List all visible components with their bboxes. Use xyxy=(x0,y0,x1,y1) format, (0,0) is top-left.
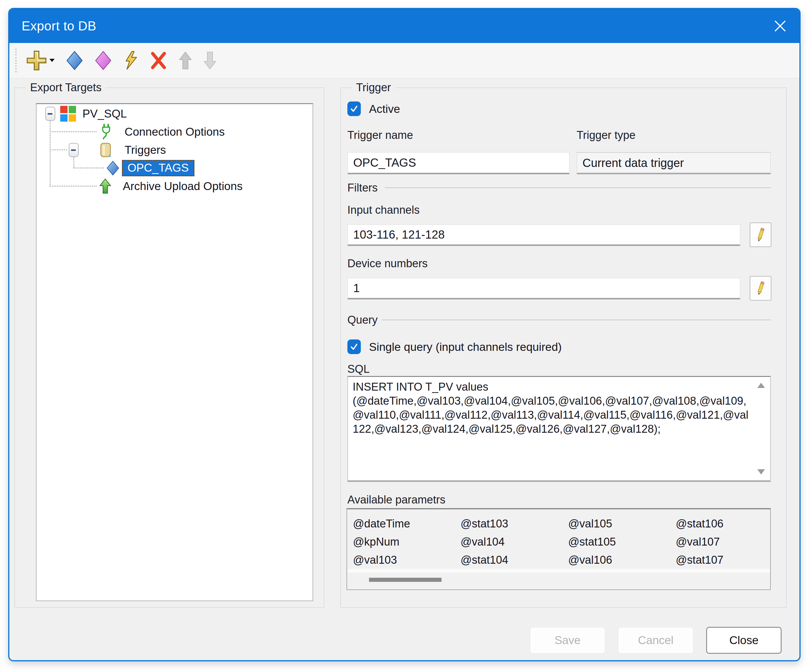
param-item[interactable]: @dateTime xyxy=(353,518,461,530)
close-button[interactable]: Close xyxy=(706,627,781,654)
plug-icon xyxy=(99,124,114,140)
sql-text[interactable]: INSERT INTO T_PV values (@dateTime,@val1… xyxy=(352,380,750,477)
param-item[interactable]: @kpNum xyxy=(353,536,461,548)
param-item[interactable]: @val107 xyxy=(676,536,783,548)
hscrollbar-track[interactable] xyxy=(348,569,769,572)
active-checkbox-label[interactable]: Active xyxy=(369,103,400,116)
lightning-icon xyxy=(123,51,138,70)
export-targets-tree: PV_SQL Connection Options Triggers xyxy=(36,103,313,601)
up-arrow-icon xyxy=(179,51,192,70)
param-item[interactable]: @stat104 xyxy=(461,554,568,566)
trigger-group-label: Trigger xyxy=(352,80,395,94)
tree-item-label: PV_SQL xyxy=(82,107,127,120)
tree-connector xyxy=(50,121,51,187)
sql-textarea[interactable]: INSERT INTO T_PV values (@dateTime,@val1… xyxy=(347,376,771,482)
sql-label: SQL xyxy=(347,362,369,376)
active-checkbox[interactable] xyxy=(347,101,361,116)
selected-tree-item-label: OPC_TAGS xyxy=(122,160,194,176)
available-params-label: Available parametrs xyxy=(347,493,445,506)
tree-item-triggers[interactable]: Triggers xyxy=(99,142,166,158)
folder-icon xyxy=(99,142,114,158)
scroll-up-icon[interactable] xyxy=(757,382,766,388)
toolbar xyxy=(9,43,799,78)
params-grid: @dateTime @stat103 @val105 @stat106 @kpN… xyxy=(353,514,783,569)
check-icon xyxy=(348,341,360,353)
minus-glyph xyxy=(71,150,76,151)
execute-button[interactable] xyxy=(123,51,138,70)
plus-icon xyxy=(26,49,48,72)
move-down-button[interactable] xyxy=(203,51,217,70)
filters-separator xyxy=(385,187,771,188)
trigger-name-label: Trigger name xyxy=(347,128,413,142)
param-item[interactable]: @val106 xyxy=(568,554,676,566)
violet-diamond-icon xyxy=(94,51,112,70)
expander-triggers[interactable] xyxy=(69,143,79,157)
param-item[interactable]: @stat107 xyxy=(676,554,783,566)
pencil-icon xyxy=(754,227,767,243)
param-item[interactable]: @val103 xyxy=(353,554,461,566)
title-bar[interactable]: Export to DB xyxy=(9,9,799,43)
red-x-icon xyxy=(150,51,168,70)
move-up-button[interactable] xyxy=(179,51,192,70)
tree-connector xyxy=(50,186,97,187)
param-item[interactable]: @stat106 xyxy=(676,518,783,530)
toolbar-grip[interactable] xyxy=(15,49,17,73)
minus-glyph xyxy=(48,113,52,115)
scroll-down-icon[interactable] xyxy=(757,469,766,475)
device-numbers-input[interactable] xyxy=(347,278,741,300)
chevron-down-icon xyxy=(49,59,54,62)
dialog-title: Export to DB xyxy=(9,19,96,33)
export-to-db-dialog: Export to DB xyxy=(8,8,800,661)
expander-root[interactable] xyxy=(45,107,55,121)
save-button[interactable]: Save xyxy=(530,627,605,654)
tree-item-label: Connection Options xyxy=(124,126,225,138)
edit-device-numbers-button[interactable] xyxy=(750,276,771,301)
available-params-list[interactable]: @dateTime @stat103 @val105 @stat106 @kpN… xyxy=(347,508,771,590)
tree-item-archive-upload-options[interactable]: Archive Upload Options xyxy=(99,178,243,194)
export-targets-label: Export Targets xyxy=(26,80,106,94)
device-numbers-label: Device numbers xyxy=(347,257,428,270)
pencil-icon xyxy=(754,280,767,296)
blue-diamond-icon xyxy=(106,160,119,176)
database-target-icon xyxy=(60,106,76,122)
close-icon[interactable] xyxy=(773,19,787,33)
trigger-type-value: Current data trigger xyxy=(582,157,684,170)
tree-item-label: Archive Upload Options xyxy=(123,180,243,192)
hscrollbar-thumb[interactable] xyxy=(369,578,441,582)
tree-item-label: Triggers xyxy=(124,143,166,157)
single-query-checkbox[interactable] xyxy=(347,339,361,354)
blue-diamond-icon xyxy=(66,51,83,70)
add-blue-diamond-button[interactable] xyxy=(66,51,83,70)
add-button[interactable] xyxy=(26,49,54,72)
query-separator xyxy=(382,320,771,320)
check-icon xyxy=(348,103,360,115)
trigger-type-field: Current data trigger xyxy=(577,152,771,174)
green-up-arrow-icon xyxy=(99,178,112,194)
down-arrow-icon xyxy=(203,51,217,70)
delete-button[interactable] xyxy=(150,51,168,70)
trigger-group: Trigger Active Trigger name Trigger type… xyxy=(340,87,786,608)
export-targets-group: Export Targets PV_SQL xyxy=(14,87,324,608)
param-item[interactable]: @stat103 xyxy=(461,518,568,530)
tree-connector xyxy=(50,150,66,150)
param-item[interactable]: @stat105 xyxy=(568,536,676,548)
edit-input-channels-button[interactable] xyxy=(750,223,771,247)
add-violet-diamond-button[interactable] xyxy=(94,51,112,70)
tree-connector xyxy=(73,157,74,168)
tree-connector xyxy=(73,167,104,169)
filters-section-label: Filters xyxy=(347,181,378,194)
tree-item-opc-tags[interactable]: OPC_TAGS xyxy=(106,160,194,176)
trigger-type-label: Trigger type xyxy=(577,128,635,142)
param-item[interactable]: @val105 xyxy=(568,518,676,530)
tree-connector xyxy=(50,131,97,132)
trigger-name-input[interactable] xyxy=(347,152,570,174)
tree-item-pv-sql[interactable]: PV_SQL xyxy=(60,106,127,122)
single-query-checkbox-label[interactable]: Single query (input channels required) xyxy=(369,341,562,354)
input-channels-input[interactable] xyxy=(347,224,741,246)
query-section-label: Query xyxy=(347,313,378,327)
input-channels-label: Input channels xyxy=(347,203,420,217)
param-item[interactable]: @val104 xyxy=(461,536,568,548)
tree-item-connection-options[interactable]: Connection Options xyxy=(99,124,225,140)
cancel-button[interactable]: Cancel xyxy=(618,627,694,654)
